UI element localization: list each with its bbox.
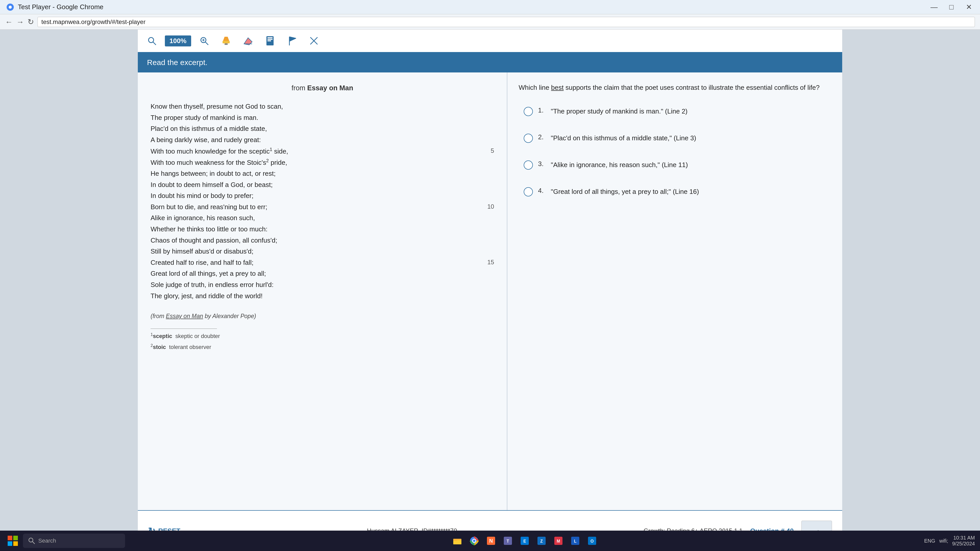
address-input[interactable]: test.mapnwea.org/growth/#/test-player bbox=[38, 17, 975, 27]
svg-rect-25 bbox=[8, 541, 12, 546]
content-area: from Essay on Man Know then thyself, pre… bbox=[138, 73, 842, 510]
taskbar: Search N bbox=[0, 530, 980, 551]
zoom-in-button[interactable] bbox=[195, 32, 213, 50]
question-panel: Which line best supports the claim that … bbox=[508, 73, 842, 510]
taskbar-app1-icon[interactable]: N bbox=[484, 533, 499, 548]
minimize-button[interactable]: — bbox=[928, 1, 940, 13]
taskbar-app2-icon[interactable]: T bbox=[500, 533, 515, 548]
poem-line-12-text: Whether he thinks too little or too much… bbox=[151, 224, 494, 235]
poem-line-9: In doubt his mind or body to prefer; bbox=[151, 191, 494, 201]
close-button[interactable]: ✕ bbox=[963, 1, 975, 13]
question-text: Which line best supports the claim that … bbox=[519, 83, 831, 93]
taskbar-app3-icon[interactable]: E bbox=[517, 533, 532, 548]
poem-line-15-text: Created half to rise, and half to fall; bbox=[151, 257, 494, 268]
poem-line-1: Know then thyself, presume not God to sc… bbox=[151, 101, 494, 112]
zoom-display: 100% bbox=[165, 35, 191, 46]
option-text-2: "Plac'd on this isthmus of a middle stat… bbox=[551, 133, 826, 143]
svg-rect-16 bbox=[267, 40, 271, 41]
poem-line-11-text: Alike in ignorance, his reason such, bbox=[151, 213, 494, 224]
taskbar-app4-icon[interactable]: Z bbox=[534, 533, 549, 548]
poem-line-18: The glory, jest, and riddle of the world… bbox=[151, 291, 494, 302]
radio-2[interactable] bbox=[524, 134, 533, 143]
radio-1[interactable] bbox=[524, 107, 533, 116]
poem-line-16-text: Great lord of all things, yet a prey to … bbox=[151, 268, 494, 279]
passage-title: from Essay on Man bbox=[151, 83, 494, 94]
poem-line-14: Still by himself abus'd or disabus'd; bbox=[151, 246, 494, 257]
taskbar-chrome-icon[interactable] bbox=[466, 533, 482, 548]
svg-rect-15 bbox=[267, 39, 272, 40]
poem-line-3: Plac'd on this isthmus of a middle state… bbox=[151, 124, 494, 134]
poem-line-8: In doubt to deem himself a God, or beast… bbox=[151, 179, 494, 190]
eraser-button[interactable] bbox=[239, 32, 257, 50]
back-icon[interactable]: ← bbox=[5, 17, 13, 26]
answer-option-2[interactable]: 2. "Plac'd on this isthmus of a middle s… bbox=[519, 129, 831, 148]
svg-text:E: E bbox=[523, 539, 526, 543]
taskbar-time-display: 10:31 AM bbox=[952, 535, 975, 541]
title-bar: Test Player - Google Chrome — □ ✕ bbox=[0, 0, 980, 14]
svg-rect-26 bbox=[13, 541, 18, 546]
flag-button[interactable] bbox=[283, 32, 301, 50]
passage-source: (from Essay on Man by Alexander Pope) bbox=[151, 311, 494, 321]
taskbar-file-explorer-icon[interactable] bbox=[450, 533, 465, 548]
passage-title-main: Essay on Man bbox=[307, 84, 353, 92]
poem-line-5: With too much knowledge for the sceptic1… bbox=[151, 146, 494, 157]
poem-line-13: Chaos of thought and passion, all confus… bbox=[151, 235, 494, 246]
svg-text:L: L bbox=[574, 539, 576, 543]
poem-line-10: Born but to die, and reas'ning but to er… bbox=[151, 202, 494, 213]
passage-source-text: (from Essay on Man by Alexander Pope) bbox=[151, 313, 256, 319]
poem-line-10-text: Born but to die, and reas'ning but to er… bbox=[151, 202, 494, 213]
poem-lines: Know then thyself, presume not God to sc… bbox=[151, 101, 494, 301]
svg-rect-30 bbox=[453, 540, 461, 545]
taskbar-date-display: 9/25/2024 bbox=[952, 541, 975, 547]
highlight-button[interactable] bbox=[217, 32, 235, 50]
radio-4[interactable] bbox=[524, 187, 533, 197]
window-title: Test Player - Google Chrome bbox=[18, 3, 928, 11]
browser-icon bbox=[5, 2, 15, 12]
toolbar: 100% bbox=[138, 30, 842, 52]
maximize-button[interactable]: □ bbox=[945, 1, 958, 13]
system-network-icon: wifi; bbox=[939, 538, 948, 544]
taskbar-app6-icon[interactable]: L bbox=[568, 533, 583, 548]
poem-line-17: Sole judge of truth, in endless error hu… bbox=[151, 279, 494, 290]
window-controls: — □ ✕ bbox=[928, 1, 975, 13]
poem-line-2: The proper study of mankind is man. bbox=[151, 113, 494, 123]
svg-text:M: M bbox=[557, 539, 560, 543]
svg-rect-23 bbox=[8, 536, 12, 540]
answer-option-1[interactable]: 1. "The proper study of mankind is man."… bbox=[519, 102, 831, 121]
taskbar-icons: N T E Z M bbox=[127, 533, 921, 548]
poem-line-4: A being darkly wise, and rudely great: bbox=[151, 135, 494, 145]
address-bar: ← → ↻ test.mapnwea.org/growth/#/test-pla… bbox=[0, 14, 980, 30]
svg-line-3 bbox=[153, 42, 156, 45]
svg-rect-10 bbox=[224, 43, 228, 45]
svg-rect-8 bbox=[223, 41, 230, 43]
start-button[interactable] bbox=[5, 533, 21, 548]
poem-line-7: He hangs between; in doubt to act, or re… bbox=[151, 168, 494, 179]
answer-option-3[interactable]: 3. "Alike in ignorance, his reason such,… bbox=[519, 156, 831, 175]
taskbar-search[interactable]: Search bbox=[23, 534, 125, 548]
line-number-10: 10 bbox=[487, 202, 494, 211]
bookmark-button[interactable] bbox=[261, 32, 279, 50]
answer-option-4[interactable]: 4. "Great lord of all things, yet a prey… bbox=[519, 182, 831, 201]
line-number-5: 5 bbox=[491, 146, 494, 156]
option-text-3: "Alike in ignorance, his reason such," (… bbox=[551, 160, 826, 170]
refresh-icon[interactable]: ↻ bbox=[27, 17, 34, 26]
forward-icon[interactable]: → bbox=[16, 17, 24, 26]
radio-3[interactable] bbox=[524, 160, 533, 170]
close-tool-button[interactable] bbox=[305, 32, 323, 50]
taskbar-system: ENG wifi; 10:31 AM 9/25/2024 bbox=[924, 535, 975, 547]
taskbar-app7-icon[interactable]: O bbox=[584, 533, 600, 548]
question-header: Read the excerpt. bbox=[138, 52, 842, 73]
poem-line-13-text: Chaos of thought and passion, all confus… bbox=[151, 235, 494, 246]
option-text-4: "Great lord of all things, yet a prey to… bbox=[551, 187, 826, 197]
poem-line-14-text: Still by himself abus'd or disabus'd; bbox=[151, 246, 494, 257]
passage-panel: from Essay on Man Know then thyself, pre… bbox=[138, 73, 508, 510]
poem-line-6-text: With too much weakness for the Stoic's2 … bbox=[151, 157, 494, 168]
poem-line-6: With too much weakness for the Stoic's2 … bbox=[151, 157, 494, 168]
footnote-divider bbox=[151, 329, 217, 329]
taskbar-clock: 10:31 AM 9/25/2024 bbox=[952, 535, 975, 547]
svg-text:O: O bbox=[590, 539, 593, 543]
footnote-1: 1sceptic skeptic or doubter bbox=[151, 331, 494, 341]
taskbar-app5-icon[interactable]: M bbox=[551, 533, 566, 548]
svg-marker-9 bbox=[223, 37, 229, 41]
search-tool-button[interactable] bbox=[143, 32, 161, 50]
